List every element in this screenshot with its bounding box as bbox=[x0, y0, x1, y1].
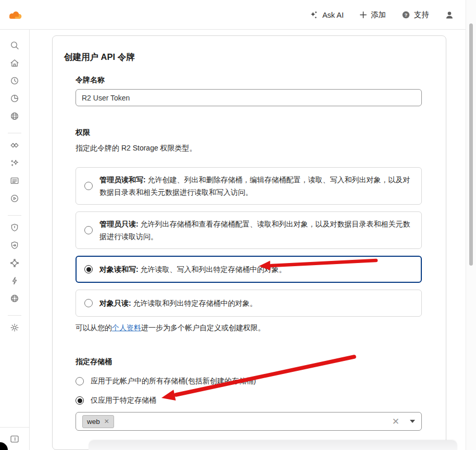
search-icon[interactable] bbox=[9, 40, 20, 51]
radio-button[interactable] bbox=[76, 377, 84, 385]
bucket-option-specific[interactable]: 仅应用于特定存储桶 bbox=[76, 396, 156, 405]
top-bar-actions: Ask AI 添加 ? 支持 bbox=[309, 0, 454, 30]
add-button[interactable]: 添加 bbox=[359, 10, 386, 20]
permission-option-text: 对象只读: 允许读取和列出特定存储桶中的对象。 bbox=[99, 297, 257, 309]
chevron-down-icon[interactable] bbox=[410, 420, 415, 423]
history-icon[interactable] bbox=[9, 76, 20, 86]
bucket-option-label: 仅应用于特定存储桶 bbox=[91, 396, 156, 405]
sidebar-nav bbox=[0, 30, 30, 427]
scrollbar-thumb[interactable] bbox=[469, 23, 473, 266]
permission-options: 管理员读和写: 允许创建、列出和删除存储桶，编辑存储桶配置，读取、写入和列出对象… bbox=[76, 167, 422, 317]
chip-remove-icon[interactable]: ✕ bbox=[104, 418, 109, 424]
clear-selection-icon[interactable]: ✕ bbox=[392, 417, 399, 426]
permissions-description: 指定此令牌的 R2 Storage 权限类型。 bbox=[76, 144, 422, 153]
network-mesh-icon[interactable] bbox=[9, 258, 20, 268]
bucket-option-all[interactable]: 应用于此帐户中的所有存储桶(包括新创建的存储桶) bbox=[76, 377, 256, 386]
bucket-chip: web ✕ bbox=[82, 415, 114, 428]
sidebar-divider bbox=[8, 315, 21, 316]
permission-option-text: 对象读和写: 允许读取、写入和列出特定存储桶中的对象。 bbox=[99, 263, 286, 276]
next-section-edge bbox=[89, 440, 457, 450]
bucket-option-label: 应用于此帐户中的所有存储桶(包括新创建的存储桶) bbox=[91, 377, 256, 386]
radio-button[interactable] bbox=[76, 396, 84, 405]
profile-link[interactable]: 个人资料 bbox=[112, 323, 141, 332]
home-icon[interactable] bbox=[9, 58, 20, 68]
support-button[interactable]: ? 支持 bbox=[402, 10, 429, 20]
radio-button[interactable] bbox=[84, 182, 93, 190]
zero-trust-shield-icon[interactable] bbox=[9, 240, 20, 251]
top-bar: Ask AI 添加 ? 支持 bbox=[0, 0, 476, 30]
permission-option-admin-rw[interactable]: 管理员读和写: 允许创建、列出和删除存储桶，编辑存储桶配置，读取、写入和列出对象… bbox=[76, 167, 422, 205]
svg-text:?: ? bbox=[405, 12, 407, 18]
radio-button[interactable] bbox=[84, 265, 93, 273]
speed-bolt-icon[interactable] bbox=[9, 276, 20, 286]
permission-option-text: 管理员读和写: 允许创建、列出和删除存储桶，编辑存储桶配置，读取、写入和列出对象… bbox=[99, 173, 413, 198]
help-icon: ? bbox=[402, 10, 410, 19]
support-label: 支持 bbox=[414, 10, 429, 20]
security-shield-icon[interactable] bbox=[9, 222, 20, 233]
radio-button[interactable] bbox=[84, 299, 93, 307]
plus-icon bbox=[359, 11, 367, 19]
ask-ai-label: Ask AI bbox=[322, 11, 344, 19]
permission-option-object-ro[interactable]: 对象只读: 允许读取和列出特定存储桶中的对象。 bbox=[76, 290, 422, 317]
buckets-label: 指定存储桶 bbox=[76, 357, 422, 367]
permission-option-admin-ro[interactable]: 管理员只读: 允许列出存储桶和查看存储桶配置、读取和列出对象，以及对数据目录表和… bbox=[76, 211, 422, 249]
bucket-multiselect[interactable]: web ✕ ✕ bbox=[76, 412, 422, 431]
permissions-label: 权限 bbox=[76, 128, 422, 138]
scrollbar-track[interactable] bbox=[466, 0, 476, 450]
token-name-input[interactable] bbox=[76, 89, 422, 106]
analytics-pie-icon[interactable] bbox=[9, 93, 20, 104]
bucket-chip-label: web bbox=[87, 418, 100, 426]
ask-ai-button[interactable]: Ask AI bbox=[309, 10, 344, 20]
add-label: 添加 bbox=[371, 10, 386, 20]
globe-icon[interactable] bbox=[9, 111, 20, 121]
token-name-label: 令牌名称 bbox=[76, 76, 422, 85]
account-menu-button[interactable] bbox=[445, 10, 454, 20]
r2-layers-icon[interactable] bbox=[9, 140, 20, 151]
collapse-panel-icon[interactable] bbox=[9, 434, 20, 444]
permission-option-object-rw[interactable]: 对象读和写: 允许读取、写入和列出特定存储桶中的对象。 bbox=[76, 256, 422, 283]
sidebar-divider bbox=[8, 215, 21, 216]
sparkle-icon bbox=[309, 10, 319, 20]
docs-list-icon[interactable] bbox=[9, 176, 20, 186]
cloudflare-dashboard: Ask AI 添加 ? 支持 bbox=[0, 0, 476, 450]
cloudflare-logo[interactable] bbox=[8, 10, 22, 22]
sidebar-divider bbox=[8, 133, 21, 133]
user-icon bbox=[445, 10, 454, 20]
radio-button[interactable] bbox=[84, 226, 93, 234]
permissions-footnote: 可以从您的个人资料进一步为多个帐户自定义或创建权限。 bbox=[76, 323, 422, 333]
ai-sparkles-icon[interactable] bbox=[9, 158, 20, 168]
web-globe-icon[interactable] bbox=[9, 293, 20, 304]
permission-option-text: 管理员只读: 允许列出存储桶和查看存储桶配置、读取和列出对象，以及对数据目录表和… bbox=[99, 218, 413, 243]
page-title: 创建用户 API 令牌 bbox=[64, 52, 422, 63]
stream-play-icon[interactable] bbox=[9, 193, 20, 204]
create-token-card: 创建用户 API 令牌 令牌名称 权限 指定此令牌的 R2 Storage 权限… bbox=[52, 35, 446, 450]
settings-gear-icon[interactable] bbox=[9, 322, 20, 333]
